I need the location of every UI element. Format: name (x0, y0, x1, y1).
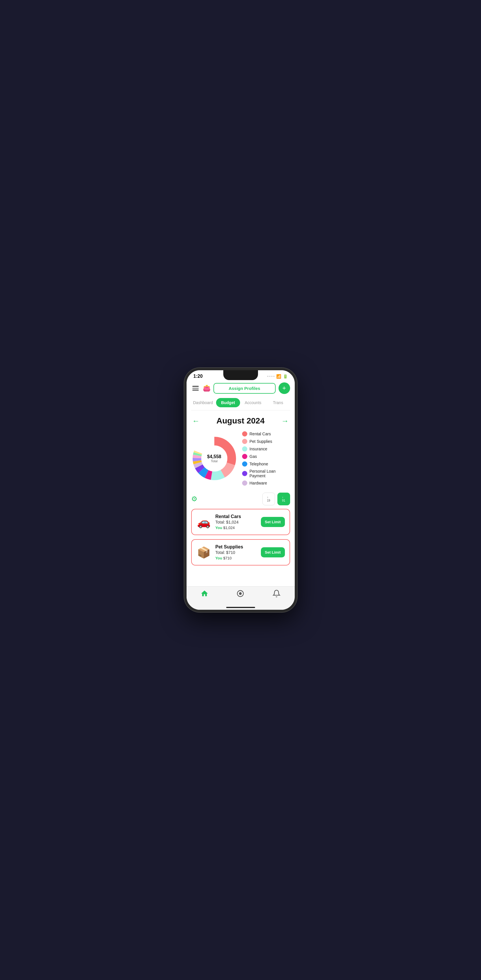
rental-cars-title: Rental Cars (215, 514, 257, 519)
status-icons: 📶 🔋 (267, 374, 288, 379)
pet-supplies-set-limit-button[interactable]: Set Limit (261, 547, 285, 557)
donut-amount: $4,558 (207, 454, 221, 459)
legend-label-rental-cars: Rental Cars (250, 431, 271, 436)
sort-controls: ⚙ ↓19 ↓91 (186, 492, 295, 509)
main-content: ← August 2024 → (186, 410, 295, 586)
month-navigation: ← August 2024 → (186, 410, 295, 428)
legend-label-telephone: Telephone (250, 461, 268, 466)
sort-asc-icon: ↓19 (267, 495, 270, 503)
pet-supplies-total: Total: $710 (215, 550, 257, 555)
assign-profiles-button[interactable]: Assign Profiles (213, 383, 276, 394)
chat-icon (236, 590, 244, 598)
prev-month-button[interactable]: ← (192, 417, 200, 425)
month-title: August 2024 (217, 416, 264, 425)
status-time: 1:20 (193, 374, 203, 379)
bottom-navigation (186, 586, 295, 606)
donut-center: $4,558 Total (207, 454, 221, 463)
sort-desc-icon: ↓91 (282, 495, 285, 503)
tab-budget[interactable]: Budget (216, 398, 240, 407)
pet-supplies-icon: 📦 (196, 546, 212, 559)
pet-supplies-info: Pet Supplies Total: $710 You $710 (215, 544, 257, 560)
pet-supplies-title: Pet Supplies (215, 544, 257, 550)
rental-cars-you-label: You (215, 526, 222, 530)
legend-dot-gas (242, 454, 247, 459)
legend-dot-telephone (242, 461, 247, 466)
tabs-container: Dashboard Budget Accounts Trans (186, 396, 295, 410)
bell-icon (272, 590, 280, 598)
home-icon (201, 590, 209, 598)
rental-cars-you-amount: $1,024 (223, 526, 235, 530)
budget-cards-list: 🚗 Rental Cars Total: $1,024 You $1,024 S… (186, 509, 295, 570)
legend-dot-pet-supplies (242, 439, 247, 444)
tab-trans[interactable]: Trans (266, 398, 290, 407)
battery-icon: 🔋 (283, 374, 288, 379)
legend-label-gas: Gas (250, 454, 257, 459)
chart-legend: Rental Cars Pet Supplies Insurance Gas (242, 431, 290, 486)
rental-cars-you: You $1,024 (215, 526, 257, 530)
legend-item-insurance: Insurance (242, 446, 290, 452)
legend-item-rental-cars: Rental Cars (242, 431, 290, 436)
next-month-button[interactable]: → (282, 417, 289, 425)
home-indicator (226, 607, 255, 608)
svg-point-14 (239, 592, 242, 595)
signal-dots (267, 376, 274, 377)
rental-cars-set-limit-button[interactable]: Set Limit (261, 517, 285, 527)
legend-item-pet-supplies: Pet Supplies (242, 439, 290, 444)
rental-cars-info: Rental Cars Total: $1,024 You $1,024 (215, 514, 257, 530)
add-button[interactable]: + (279, 382, 290, 394)
legend-item-telephone: Telephone (242, 461, 290, 466)
sort-buttons: ↓19 ↓91 (262, 493, 290, 505)
budget-card-rental-cars: 🚗 Rental Cars Total: $1,024 You $1,024 S… (191, 509, 290, 535)
legend-dot-personal-loan (242, 471, 247, 476)
legend-item-gas: Gas (242, 454, 290, 459)
rental-cars-total: Total: $1,024 (215, 520, 257, 524)
pet-supplies-you-amount: $710 (223, 556, 232, 560)
legend-item-hardware: Hardware (242, 480, 290, 486)
settings-gear-button[interactable]: ⚙ (191, 495, 197, 503)
bottom-nav-home[interactable] (201, 590, 209, 598)
chart-area: $4,558 Total Rental Cars Pet Supplies (186, 428, 295, 492)
bottom-nav-chat[interactable] (236, 590, 244, 598)
legend-item-personal-loan: Personal Loan Payment (242, 469, 290, 478)
tab-accounts[interactable]: Accounts (241, 398, 265, 407)
wifi-icon: 📶 (276, 374, 281, 379)
app-header: 👛 Assign Profiles + (186, 380, 295, 396)
legend-dot-rental-cars (242, 431, 247, 436)
legend-label-insurance: Insurance (250, 447, 267, 451)
donut-chart: $4,558 Total (191, 435, 237, 482)
wallet-icon: 👛 (203, 384, 210, 392)
legend-label-pet-supplies: Pet Supplies (250, 439, 272, 444)
legend-dot-insurance (242, 446, 247, 452)
menu-button[interactable] (191, 385, 200, 391)
bottom-indicator (186, 606, 295, 610)
donut-label: Total (207, 459, 221, 463)
pet-supplies-you: You $710 (215, 556, 257, 560)
rental-cars-icon: 🚗 (196, 516, 212, 528)
tab-dashboard[interactable]: Dashboard (191, 398, 215, 407)
legend-label-hardware: Hardware (250, 481, 267, 485)
sort-asc-button[interactable]: ↓19 (262, 493, 275, 505)
sort-desc-button[interactable]: ↓91 (277, 493, 290, 505)
pet-supplies-you-label: You (215, 556, 222, 560)
legend-dot-hardware (242, 480, 247, 486)
bottom-nav-bell[interactable] (272, 590, 280, 598)
budget-card-pet-supplies: 📦 Pet Supplies Total: $710 You $710 Set … (191, 539, 290, 565)
legend-label-personal-loan: Personal Loan Payment (250, 469, 290, 478)
